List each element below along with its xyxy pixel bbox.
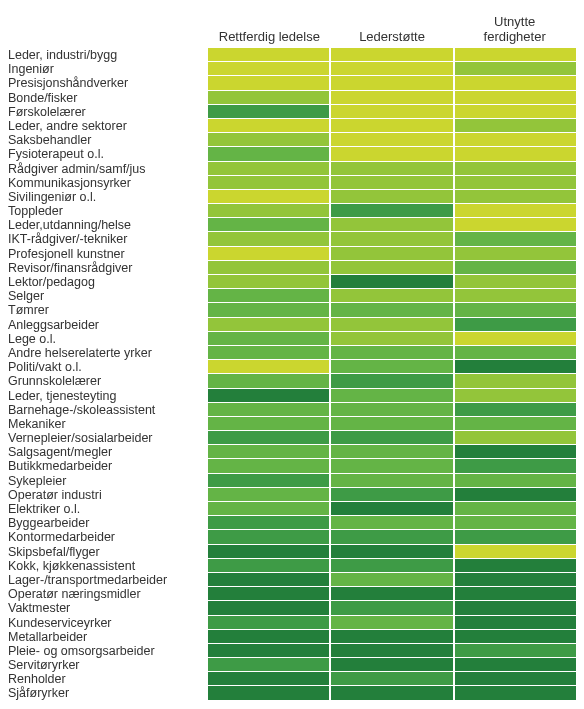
heatmap-cell bbox=[455, 488, 576, 502]
heatmap-cell bbox=[208, 275, 331, 289]
row-label: Andre helserelaterte yrker bbox=[8, 346, 208, 360]
col-header-2-line2: ferdigheter bbox=[484, 29, 546, 44]
heatmap-cell bbox=[331, 289, 454, 303]
row-label: Selger bbox=[8, 289, 208, 303]
table-row: Andre helserelaterte yrker bbox=[8, 346, 576, 360]
heatmap-cell bbox=[455, 261, 576, 275]
heatmap-cell bbox=[331, 48, 454, 62]
heatmap-cell bbox=[331, 76, 454, 90]
heatmap-cell bbox=[455, 616, 576, 630]
table-row: Tømrer bbox=[8, 303, 576, 317]
table-row: Kokk, kjøkkenassistent bbox=[8, 559, 576, 573]
row-label: Lager-/transportmedarbeider bbox=[8, 573, 208, 587]
table-row: Servitøryrker bbox=[8, 658, 576, 672]
heatmap-cell bbox=[331, 587, 454, 601]
heatmap-cell bbox=[208, 502, 331, 516]
table-row: Kundeserviceyrker bbox=[8, 616, 576, 630]
table-row: Presisjonshåndverker bbox=[8, 76, 576, 90]
row-label: Presisjonshåndverker bbox=[8, 76, 208, 90]
row-label: Kundeserviceyrker bbox=[8, 616, 208, 630]
heatmap-cell bbox=[455, 658, 576, 672]
heatmap-cell bbox=[331, 389, 454, 403]
heatmap-cell bbox=[455, 587, 576, 601]
heatmap-cell bbox=[331, 545, 454, 559]
col-header-2: Utnytte ferdigheter bbox=[453, 14, 576, 48]
table-row: Anleggsarbeider bbox=[8, 318, 576, 332]
row-label: Skipsbefal/flyger bbox=[8, 545, 208, 559]
heatmap-cell bbox=[455, 389, 576, 403]
heatmap-cell bbox=[331, 133, 454, 147]
table-row: Sjåføryrker bbox=[8, 686, 576, 700]
heatmap-cell bbox=[455, 474, 576, 488]
heatmap-cell bbox=[331, 119, 454, 133]
row-label: Sjåføryrker bbox=[8, 686, 208, 700]
table-row: IKT-rådgiver/-tekniker bbox=[8, 232, 576, 246]
row-label: Lege o.l. bbox=[8, 332, 208, 346]
heatmap-cell bbox=[331, 644, 454, 658]
row-label: Lektor/pedagog bbox=[8, 275, 208, 289]
heatmap-cell bbox=[455, 417, 576, 431]
row-label: Kontormedarbeider bbox=[8, 530, 208, 544]
heatmap-cell bbox=[331, 275, 454, 289]
row-label: Pleie- og omsorgsarbeider bbox=[8, 644, 208, 658]
heatmap-cell bbox=[208, 445, 331, 459]
heatmap-cell bbox=[455, 247, 576, 261]
row-label: Kokk, kjøkkenassistent bbox=[8, 559, 208, 573]
heatmap-cell bbox=[331, 91, 454, 105]
heatmap-cell bbox=[455, 459, 576, 473]
heatmap-cell bbox=[208, 289, 331, 303]
table-row: Leder, andre sektorer bbox=[8, 119, 576, 133]
heatmap-cell bbox=[455, 601, 576, 615]
heatmap-cell bbox=[208, 346, 331, 360]
heatmap-rows: Leder, industri/byggIngeniørPresisjonshå… bbox=[8, 48, 576, 701]
row-label: Profesjonell kunstner bbox=[8, 247, 208, 261]
heatmap-cell bbox=[455, 190, 576, 204]
table-row: Fysioterapeut o.l. bbox=[8, 147, 576, 161]
heatmap-cell bbox=[455, 76, 576, 90]
heatmap-cell bbox=[331, 303, 454, 317]
row-label: Tømrer bbox=[8, 303, 208, 317]
header-row: Rettferdig ledelse Lederstøtte Utnytte f… bbox=[8, 8, 576, 48]
table-row: Vernepleier/sosialarbeider bbox=[8, 431, 576, 445]
row-label: Toppleder bbox=[8, 204, 208, 218]
heatmap-cell bbox=[208, 530, 331, 544]
heatmap-cell bbox=[208, 374, 331, 388]
heatmap-cell bbox=[455, 644, 576, 658]
heatmap-cell bbox=[455, 289, 576, 303]
heatmap-cell bbox=[208, 686, 331, 700]
table-row: Lege o.l. bbox=[8, 332, 576, 346]
heatmap-cell bbox=[331, 474, 454, 488]
table-row: Leder, tjenesteyting bbox=[8, 389, 576, 403]
table-row: Lektor/pedagog bbox=[8, 275, 576, 289]
table-row: Mekaniker bbox=[8, 417, 576, 431]
heatmap-cell bbox=[208, 417, 331, 431]
table-row: Butikkmedarbeider bbox=[8, 459, 576, 473]
heatmap-cell bbox=[455, 303, 576, 317]
row-label: Bonde/fisker bbox=[8, 91, 208, 105]
heatmap-cell bbox=[208, 672, 331, 686]
heatmap-cell bbox=[208, 601, 331, 615]
row-label: Leder,utdanning/helse bbox=[8, 218, 208, 232]
heatmap-cell bbox=[331, 403, 454, 417]
heatmap-cell bbox=[455, 176, 576, 190]
table-row: Førskolelærer bbox=[8, 105, 576, 119]
heatmap-cell bbox=[331, 559, 454, 573]
heatmap-cell bbox=[455, 686, 576, 700]
heatmap-cell bbox=[208, 403, 331, 417]
row-label: Salgsagent/megler bbox=[8, 445, 208, 459]
row-label: Vaktmester bbox=[8, 601, 208, 615]
heatmap-cell bbox=[208, 516, 331, 530]
row-label: Revisor/finansrådgiver bbox=[8, 261, 208, 275]
heatmap-cell bbox=[208, 247, 331, 261]
heatmap-cell bbox=[208, 616, 331, 630]
heatmap-cell bbox=[331, 672, 454, 686]
heatmap-cell bbox=[331, 204, 454, 218]
heatmap-cell bbox=[455, 105, 576, 119]
heatmap-cell bbox=[208, 630, 331, 644]
table-row: Grunnskolelærer bbox=[8, 374, 576, 388]
heatmap-cell bbox=[455, 346, 576, 360]
table-row: Kommunikasjonsyrker bbox=[8, 176, 576, 190]
heatmap-cell bbox=[208, 176, 331, 190]
heatmap-cell bbox=[208, 360, 331, 374]
heatmap-cell bbox=[331, 360, 454, 374]
